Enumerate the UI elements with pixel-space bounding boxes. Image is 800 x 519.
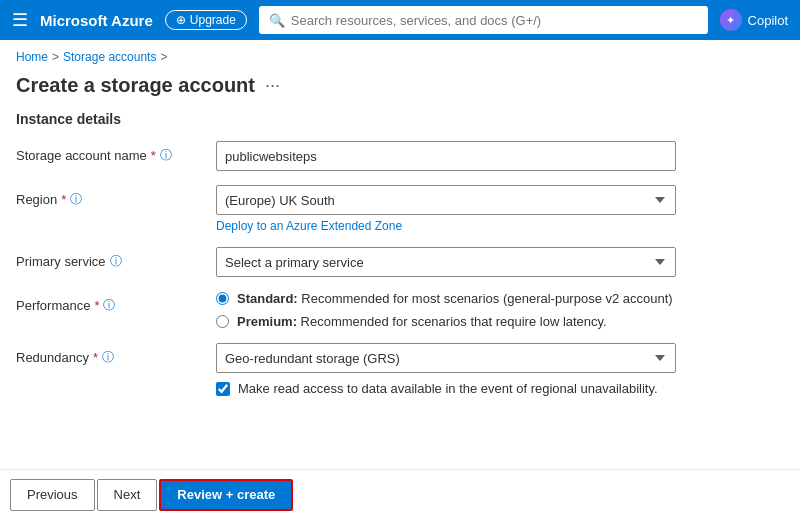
breadcrumb-storage-accounts[interactable]: Storage accounts: [63, 50, 156, 64]
redundancy-select[interactable]: Locally-redundant storage (LRS) Geo-redu…: [216, 343, 676, 373]
account-name-label: Storage account name * ⓘ: [16, 141, 216, 164]
region-select[interactable]: (Europe) UK South (Europe) UK West (US) …: [216, 185, 676, 215]
instance-details-title: Instance details: [16, 111, 784, 127]
redundancy-checkbox[interactable]: [216, 382, 230, 396]
region-control: (Europe) UK South (Europe) UK West (US) …: [216, 185, 676, 233]
form-container: Instance details Storage account name * …: [0, 111, 800, 396]
search-icon: 🔍: [269, 13, 285, 28]
upgrade-button[interactable]: ⊕ Upgrade: [165, 10, 247, 30]
primary-service-label: Primary service ⓘ: [16, 247, 216, 270]
bottom-bar: Previous Next Review + create: [0, 469, 800, 519]
redundancy-label: Redundancy * ⓘ: [16, 343, 216, 366]
top-navigation: ☰ Microsoft Azure ⊕ Upgrade 🔍 ✦ Copilot: [0, 0, 800, 40]
performance-standard-radio[interactable]: [216, 292, 229, 305]
redundancy-required-star: *: [93, 350, 98, 365]
account-name-info-icon[interactable]: ⓘ: [160, 147, 172, 164]
storage-account-name-row: Storage account name * ⓘ: [16, 141, 784, 171]
search-input[interactable]: [291, 13, 698, 28]
performance-required-star: *: [94, 298, 99, 313]
hamburger-icon[interactable]: ☰: [12, 9, 28, 31]
breadcrumb-home[interactable]: Home: [16, 50, 48, 64]
performance-standard-label: Standard:: [237, 291, 298, 306]
breadcrumb-sep1: >: [52, 50, 59, 64]
redundancy-info-icon[interactable]: ⓘ: [102, 349, 114, 366]
redundancy-control: Locally-redundant storage (LRS) Geo-redu…: [216, 343, 676, 396]
performance-premium-radio[interactable]: [216, 315, 229, 328]
primary-service-control: Select a primary service Azure Blob Stor…: [216, 247, 676, 277]
previous-button[interactable]: Previous: [10, 479, 95, 511]
performance-label: Performance * ⓘ: [16, 291, 216, 314]
account-name-input[interactable]: [216, 141, 676, 171]
upgrade-circle-icon: ⊕: [176, 13, 186, 27]
search-box[interactable]: 🔍: [259, 6, 708, 34]
copilot-button[interactable]: ✦ Copilot: [720, 9, 788, 31]
performance-standard-desc: Recommended for most scenarios (general-…: [301, 291, 672, 306]
review-create-button[interactable]: Review + create: [159, 479, 293, 511]
breadcrumb-sep2: >: [160, 50, 167, 64]
primary-service-info-icon[interactable]: ⓘ: [110, 253, 122, 270]
required-star: *: [151, 148, 156, 163]
performance-premium-desc: Recommended for scenarios that require l…: [301, 314, 607, 329]
region-row: Region * ⓘ (Europe) UK South (Europe) UK…: [16, 185, 784, 233]
performance-premium-label: Premium:: [237, 314, 297, 329]
region-label: Region * ⓘ: [16, 185, 216, 208]
copilot-icon: ✦: [720, 9, 742, 31]
azure-extended-zone-link[interactable]: Deploy to an Azure Extended Zone: [216, 219, 402, 233]
performance-standard-option[interactable]: Standard: Recommended for most scenarios…: [216, 291, 676, 306]
primary-service-select[interactable]: Select a primary service Azure Blob Stor…: [216, 247, 676, 277]
performance-row: Performance * ⓘ Standard: Recommended fo…: [16, 291, 784, 329]
page-title: Create a storage account: [16, 74, 255, 97]
region-required-star: *: [61, 192, 66, 207]
more-options-icon[interactable]: ···: [265, 75, 280, 96]
redundancy-row: Redundancy * ⓘ Locally-redundant storage…: [16, 343, 784, 396]
next-button[interactable]: Next: [97, 479, 158, 511]
performance-premium-option[interactable]: Premium: Recommended for scenarios that …: [216, 314, 676, 329]
main-content: Home > Storage accounts > Create a stora…: [0, 40, 800, 519]
performance-control: Standard: Recommended for most scenarios…: [216, 291, 676, 329]
primary-service-row: Primary service ⓘ Select a primary servi…: [16, 247, 784, 277]
redundancy-checkbox-row[interactable]: Make read access to data available in th…: [216, 381, 676, 396]
page-header: Create a storage account ···: [0, 70, 800, 111]
account-name-control: [216, 141, 676, 171]
region-info-icon[interactable]: ⓘ: [70, 191, 82, 208]
performance-info-icon[interactable]: ⓘ: [103, 297, 115, 314]
breadcrumb: Home > Storage accounts >: [0, 40, 800, 70]
redundancy-checkbox-label: Make read access to data available in th…: [238, 381, 658, 396]
azure-logo: Microsoft Azure: [40, 12, 153, 29]
